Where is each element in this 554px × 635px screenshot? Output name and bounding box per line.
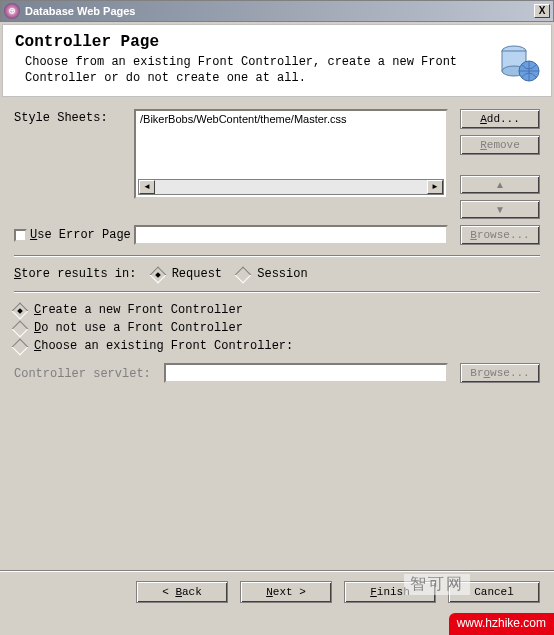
separator <box>14 255 540 257</box>
database-web-icon <box>497 43 541 83</box>
watermark-text: 智可网 <box>404 574 470 595</box>
page-title: Controller Page <box>15 33 539 51</box>
watermark-url: www.hzhike.com <box>449 613 554 635</box>
radio-existing-label: Choose an existing Front Controller: <box>34 339 293 353</box>
radio-session[interactable] <box>235 267 252 284</box>
radio-request-label: Request <box>172 267 222 281</box>
scroll-left-icon[interactable]: ◄ <box>139 180 155 194</box>
radio-create-controller[interactable] <box>12 303 29 320</box>
move-down-button[interactable]: ▼ <box>460 200 540 219</box>
use-error-page-label: Use Error Page <box>30 228 131 242</box>
window-title: Database Web Pages <box>25 5 534 17</box>
error-page-input[interactable] <box>134 225 448 245</box>
store-results-row: Store results in: Request Session <box>14 267 540 281</box>
stylesheets-label: Style Sheets: <box>14 109 134 125</box>
add-button[interactable]: Add... <box>460 109 540 129</box>
wizard-body: Style Sheets: /BikerBobs/WebContent/them… <box>0 99 554 399</box>
next-button[interactable]: Next > <box>240 581 332 603</box>
page-description: Choose from an existing Front Controller… <box>15 55 539 86</box>
browse-controller-button[interactable]: Browse... <box>460 363 540 383</box>
close-button[interactable]: X <box>534 4 550 18</box>
radio-create-label: Create a new Front Controller <box>34 303 243 317</box>
radio-session-label: Session <box>257 267 307 281</box>
radio-no-label: Do not use a Front Controller <box>34 321 243 335</box>
wizard-header: Controller Page Choose from an existing … <box>2 24 552 97</box>
controller-servlet-label: Controller servlet: <box>14 365 164 381</box>
radio-existing-controller[interactable] <box>12 339 29 356</box>
horizontal-scrollbar[interactable]: ◄ ► <box>138 179 444 195</box>
controller-servlet-input[interactable] <box>164 363 448 383</box>
stylesheet-item[interactable]: /BikerBobs/WebContent/theme/Master.css <box>140 113 442 125</box>
use-error-page-checkbox[interactable] <box>14 229 27 242</box>
move-up-button[interactable]: ▲ <box>460 175 540 194</box>
browse-error-button[interactable]: Browse... <box>460 225 540 245</box>
separator <box>14 291 540 293</box>
app-icon: ⊕ <box>4 3 20 19</box>
radio-no-controller[interactable] <box>12 321 29 338</box>
radio-request[interactable] <box>149 267 166 284</box>
scroll-right-icon[interactable]: ► <box>427 180 443 194</box>
remove-button[interactable]: Remove <box>460 135 540 155</box>
wizard-footer: < Back Next > Finish Cancel <box>0 570 554 611</box>
titlebar: ⊕ Database Web Pages X <box>0 0 554 22</box>
scroll-track[interactable] <box>155 180 427 194</box>
store-results-label: Store results in: <box>14 267 136 281</box>
back-button[interactable]: < Back <box>136 581 228 603</box>
stylesheets-list[interactable]: /BikerBobs/WebContent/theme/Master.css ◄… <box>134 109 448 199</box>
